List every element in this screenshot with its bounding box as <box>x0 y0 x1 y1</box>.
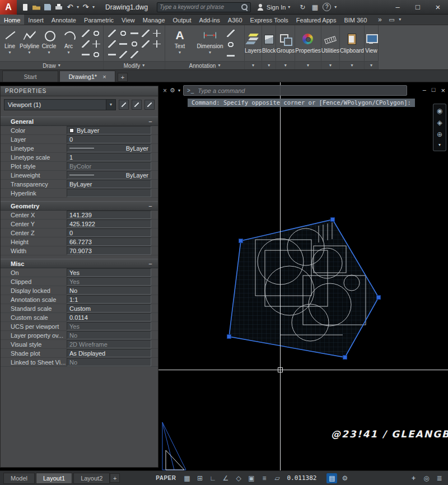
ribbon-panel-button[interactable]: Groups <box>276 25 295 61</box>
draw-tool-button[interactable]: Line <box>0 25 20 61</box>
scale-icon[interactable] <box>153 40 161 48</box>
ribbon-tab[interactable]: A360 <box>224 15 246 25</box>
signin-area[interactable]: Sign In <box>256 3 290 11</box>
property-row[interactable]: Clipped Yes <box>1 277 158 286</box>
hatch-icon[interactable] <box>82 30 90 37</box>
point-icon[interactable] <box>82 51 90 58</box>
pan-icon[interactable] <box>437 119 442 126</box>
section-header[interactable]: Geometry <box>1 201 158 211</box>
property-value[interactable]: ByLayer <box>67 126 151 134</box>
select-objects-icon[interactable] <box>132 100 142 110</box>
property-value[interactable] <box>67 189 151 197</box>
dropdown-button[interactable] <box>106 100 115 110</box>
redo-icon[interactable] <box>81 3 90 12</box>
menu-icon[interactable] <box>434 473 445 483</box>
app-store-icon[interactable] <box>310 3 319 12</box>
property-row[interactable]: Transparency ByLayer <box>1 180 158 189</box>
close-command-icon[interactable] <box>163 87 167 95</box>
property-row[interactable]: Linetype scale 1 <box>1 153 158 162</box>
property-value[interactable]: No <box>67 331 151 339</box>
ribbon-tab[interactable]: Insert <box>24 15 48 25</box>
grip-handle[interactable] <box>377 296 381 300</box>
ribbon-panel-button[interactable]: Clipboard <box>340 25 364 61</box>
steering-wheel-icon[interactable] <box>437 108 442 114</box>
isodraft-icon[interactable] <box>234 473 244 483</box>
property-value[interactable]: ByLayer <box>67 144 151 152</box>
property-value[interactable]: ByLayer <box>67 180 151 188</box>
collapse-icon[interactable] <box>147 118 154 125</box>
modify-panel-footer[interactable]: Modify <box>104 61 165 69</box>
match-properties-icon[interactable] <box>130 51 138 58</box>
ribbon-tab[interactable]: Annotate <box>48 15 80 25</box>
property-row[interactable]: Custom scale 0.0114 <box>1 313 158 322</box>
draw-panel-footer[interactable]: Draw <box>0 61 103 69</box>
panel-expander[interactable] <box>262 61 276 69</box>
property-value[interactable]: Yes <box>67 322 151 330</box>
erase-icon[interactable] <box>142 30 150 37</box>
table-icon[interactable] <box>227 41 235 48</box>
restore-window-icon[interactable] <box>432 86 436 95</box>
leader-icon[interactable] <box>227 30 235 37</box>
chevron-down-icon[interactable] <box>438 143 441 147</box>
draw-tool-button[interactable]: Arc <box>59 25 78 61</box>
ribbon-panel-button[interactable]: Utilities <box>321 25 339 61</box>
snap-icon[interactable] <box>195 473 206 483</box>
array-icon[interactable] <box>108 51 116 58</box>
property-row[interactable]: Center Z 0 <box>1 228 158 237</box>
property-value[interactable]: As Displayed <box>67 349 151 357</box>
property-value[interactable]: No <box>67 358 151 366</box>
property-row[interactable]: Visual style 2D Wireframe <box>1 340 158 349</box>
property-row[interactable]: Linked to Sheet Vi... No <box>1 358 158 367</box>
ortho-icon[interactable] <box>208 473 218 483</box>
grip-handle[interactable] <box>331 218 335 222</box>
property-row[interactable]: Height 66.7273 <box>1 237 158 246</box>
crosshair-icon[interactable] <box>408 473 419 483</box>
ribbon-tab[interactable]: Add-ins <box>195 15 224 25</box>
property-value[interactable]: 141.239 <box>67 211 151 219</box>
object-type-dropdown[interactable]: Viewport (1) <box>4 99 116 110</box>
property-value[interactable]: Yes <box>67 277 151 286</box>
property-value[interactable]: 0 <box>67 135 151 143</box>
document-tab[interactable]: Start <box>2 71 58 82</box>
property-value[interactable]: 2D Wireframe <box>67 340 151 348</box>
text-button[interactable]: A Text <box>165 25 194 61</box>
ribbon-tab[interactable]: Featured Apps <box>292 15 340 25</box>
property-value[interactable]: Yes <box>67 268 151 277</box>
draw-tool-button[interactable]: Polyline <box>20 25 39 61</box>
collapse-icon[interactable] <box>147 260 154 267</box>
document-tab[interactable]: Drawing1* <box>59 71 115 82</box>
section-header[interactable]: Misc <box>1 259 158 268</box>
sync-icon[interactable] <box>298 3 307 12</box>
ribbon-tab[interactable]: Manage <box>139 15 169 25</box>
property-row[interactable]: Lineweight ByLayer <box>1 171 158 180</box>
property-row[interactable]: Linetype ByLayer <box>1 144 158 153</box>
property-value[interactable]: 0.0114 <box>67 313 151 321</box>
chevron-down-icon[interactable] <box>178 88 180 93</box>
property-row[interactable]: UCS per viewport Yes <box>1 322 158 331</box>
offset-icon[interactable] <box>119 51 127 58</box>
close-button[interactable] <box>428 0 448 14</box>
copy-icon[interactable] <box>153 30 161 37</box>
property-value[interactable]: ByLayer <box>67 171 151 179</box>
move-icon[interactable] <box>108 30 116 37</box>
grid-icon[interactable] <box>182 473 193 483</box>
property-row[interactable]: Layer property ov... No <box>1 331 158 340</box>
maximize-button[interactable] <box>408 0 428 14</box>
property-value[interactable]: 70.9073 <box>67 246 151 255</box>
annotation-panel-footer[interactable]: Annotation <box>165 61 244 69</box>
ribbon-tab[interactable]: Output <box>169 15 195 25</box>
ribbon-tab[interactable]: BIM 360 <box>340 15 371 25</box>
chevron-down-icon[interactable] <box>77 5 79 10</box>
plot-icon[interactable] <box>54 3 63 12</box>
zoom-icon[interactable] <box>437 131 442 138</box>
layout-tab[interactable]: Layout1 <box>36 473 72 484</box>
explode-icon[interactable] <box>130 40 138 48</box>
ribbon-panel-button[interactable]: Layers <box>245 25 262 61</box>
property-row[interactable]: Color ByLayer <box>1 126 158 135</box>
ribbon-tab[interactable]: View <box>118 15 139 25</box>
property-row[interactable]: Center X 141.239 <box>1 211 158 220</box>
annotation-scale-icon[interactable] <box>326 473 337 483</box>
lineweight-icon[interactable] <box>259 473 270 483</box>
panel-expander[interactable] <box>365 61 378 69</box>
gear-icon[interactable] <box>339 473 350 483</box>
